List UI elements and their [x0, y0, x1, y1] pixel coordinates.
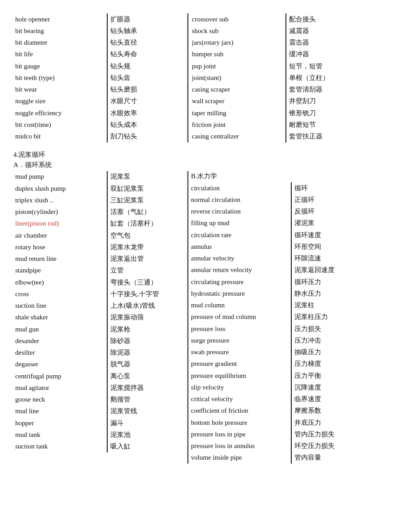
cell-zh: 沉降速度: [291, 381, 398, 393]
cell-zh: 扩眼器: [107, 13, 188, 25]
cell-zh: 三缸泥浆泵: [107, 194, 187, 206]
cell-en: mud line: [13, 406, 107, 417]
cell-en2: casing centralizer: [188, 131, 286, 142]
cell-zh: 抽吸压力: [291, 347, 398, 358]
cell-zh: 钻头轴承: [107, 25, 188, 37]
cell-zh: 钻头磨损: [107, 84, 188, 96]
cell-en2: friction joint: [188, 119, 286, 130]
cell-zh2: 减震器: [286, 25, 398, 37]
cell-en2: casing scraper: [188, 84, 286, 96]
cell-en: duplex slush pump: [13, 183, 107, 194]
cell-zh: 弯接头（三通）: [107, 276, 187, 288]
cell-zh: 环隙流速: [291, 253, 398, 264]
cell-en2: jars(rotary jars): [188, 37, 286, 49]
table-row: pressure loss压力损失: [189, 323, 398, 335]
cell-zh2: 套管扶正器: [286, 131, 398, 142]
cell-en: bit diameter: [13, 37, 107, 49]
table-row: mud agitator泥浆搅拌器: [13, 382, 187, 394]
cell-en: pressure loss: [189, 323, 291, 335]
cell-zh: 环空压力损失: [291, 440, 398, 452]
cell-zh: 泥浆枪: [107, 323, 187, 335]
table-row: critical velocity临界速度: [189, 394, 398, 405]
table-row: swab pressure抽吸压力: [189, 347, 398, 358]
cell-en: noggle efficiency: [13, 107, 107, 119]
cell-en: mud gun: [13, 323, 107, 335]
table-row: desander除砂器: [13, 335, 187, 347]
cell-en2: joint(stant): [188, 72, 286, 84]
cell-zh2: 短节，短管: [286, 60, 398, 72]
cell-zh: 缸套（活塞杆）: [107, 218, 187, 230]
table-row: air chamber空气包: [13, 230, 187, 241]
cell-zh: 井底压力: [291, 417, 398, 428]
cell-en: suction tank: [13, 441, 107, 452]
cell-zh: 钻头直径: [107, 37, 188, 49]
cell-zh: 反循环: [291, 206, 398, 218]
table-row: annular return velocity泥浆返回速度: [189, 264, 398, 276]
cell-zh: 泥浆返回速度: [291, 264, 398, 276]
cell-en: air chamber: [13, 230, 107, 241]
top-table: hole openner扩眼器crossover sub配合接头bit bear…: [13, 13, 398, 142]
cell-zh: 压力冲击: [291, 335, 398, 346]
page: hole openner扩眼器crossover sub配合接头bit bear…: [13, 13, 398, 464]
cell-zh: 循环: [291, 182, 398, 194]
table-row: shale shaker泥浆振动筛: [13, 312, 187, 323]
cell-en: circulation: [189, 182, 291, 194]
table-row: circulating pressure循环压力: [189, 276, 398, 288]
cell-en: swab pressure: [189, 347, 291, 358]
cell-en: pressure of mud column: [189, 311, 291, 323]
cell-en: reverse circulation: [189, 206, 291, 218]
table-row: centrifugal pump离心泵: [13, 370, 187, 382]
table-row: triplex slush ..三缸泥浆泵: [13, 194, 187, 206]
cell-en2: taper milling: [188, 107, 286, 119]
table-row: mud return line泥浆返出管: [13, 253, 187, 265]
cell-en2: bumper sub: [188, 49, 286, 60]
cell-en: circulating pressure: [189, 276, 291, 288]
cell-en: liner(piston rod): [13, 218, 107, 230]
table-row: reverse circulation反循环: [189, 206, 398, 218]
table-row: bit bearing钻头轴承shock sub减震器: [13, 25, 398, 37]
cell-en: degasser: [13, 359, 107, 370]
cell-en: mud return line: [13, 253, 107, 265]
cell-zh: 压力梯度: [291, 358, 398, 370]
cell-zh2: 单根（立柱）: [286, 72, 398, 84]
cell-en: centrifugal pump: [13, 370, 107, 382]
cell-zh2: 井壁刮刀: [286, 96, 398, 107]
cell-en: rotary hose: [13, 241, 107, 253]
table-row: goose neck鹅颈管: [13, 394, 187, 406]
cell-zh: 摩擦系数: [291, 405, 398, 417]
table-row: noggle size水眼尺寸wall scraper井壁刮刀: [13, 96, 398, 107]
table-row: coefficient of friction摩擦系数: [189, 405, 398, 417]
cell-zh: 环形空间: [291, 241, 398, 252]
cell-zh: 除泥器: [107, 347, 187, 359]
cell-en: desander: [13, 335, 107, 347]
cell-en: hole openner: [13, 13, 107, 25]
cell-zh: 泥浆柱: [291, 300, 398, 311]
cell-zh: 泥浆搅拌器: [107, 382, 187, 394]
cell-zh: 泥浆池: [107, 429, 187, 440]
cell-en: shale shaker: [13, 312, 107, 323]
table-row: mud pump泥浆泵: [13, 171, 187, 183]
table-row: suction tank吸入缸: [13, 441, 187, 452]
cell-en: critical velocity: [189, 394, 291, 405]
table-row: pressure loss in pipe管内压力损失: [189, 428, 398, 440]
cell-en2: wall scraper: [188, 96, 286, 107]
sub-header-b: B.水力学: [189, 171, 398, 181]
cell-en: suction line: [13, 300, 107, 312]
cell-zh: 活塞（气缸）: [107, 206, 187, 218]
cell-en: mud pump: [13, 171, 107, 183]
cell-en: bit bearing: [13, 25, 107, 37]
cell-zh: 压力损失: [291, 323, 398, 335]
cell-zh: 钻头成本: [107, 119, 188, 130]
cell-en: mud agitator: [13, 382, 107, 394]
cell-en: volume inside pipe: [189, 452, 291, 464]
table-row: hydrostatic pressure静水压力: [189, 288, 398, 299]
cell-zh: 除砂器: [107, 335, 187, 347]
bottom-table: mud pump泥浆泵duplex slush pump双缸泥浆泵triplex…: [13, 171, 398, 464]
table-row: mud tank泥浆池: [13, 429, 187, 440]
section-4-header: 4.泥浆循环: [13, 151, 398, 159]
table-row: volume inside pipe管内容量: [189, 452, 398, 464]
cell-en: mud column: [189, 300, 291, 311]
cell-en2: pup joint: [188, 60, 286, 72]
table-row: mud line泥浆管线: [13, 406, 187, 417]
table-row: suction line上水(吸水)管线: [13, 300, 187, 312]
